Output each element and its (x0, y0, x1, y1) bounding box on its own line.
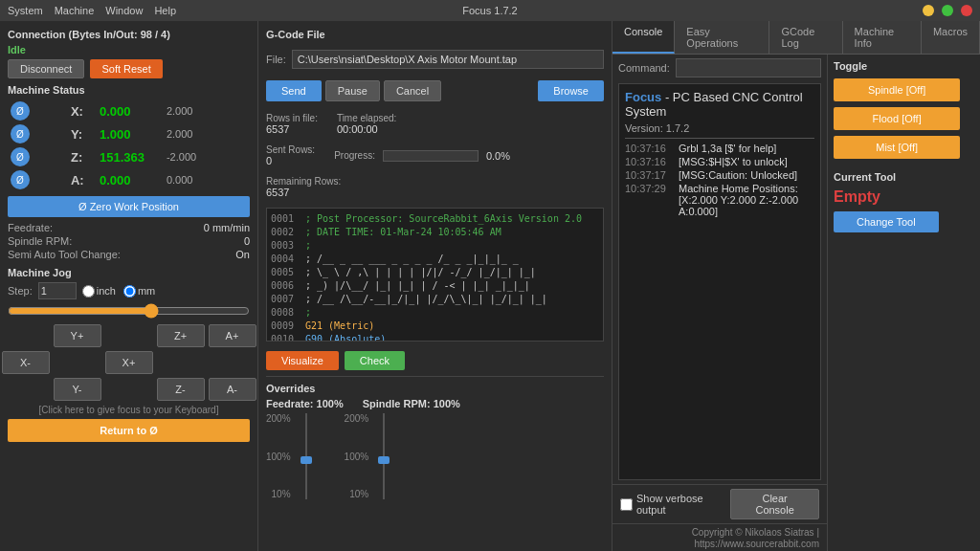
current-tool-section: Current Tool Empty Change Tool (834, 171, 974, 232)
gcode-line: 0004; /__ _ __ ___ _ _ _ _ /_ _ _|_|_|_ … (271, 253, 599, 266)
verbose-label: Show verbose output (636, 493, 730, 516)
flood-toggle-button[interactable]: Flood [Off] (834, 107, 960, 130)
version-label: Version: 1.7.2 (625, 122, 814, 134)
axis-btn-z[interactable]: Ø (11, 147, 30, 166)
axis-target-a: 0.000 (164, 168, 250, 191)
return-to-zero-button[interactable]: Return to Ø (8, 419, 250, 442)
gcode-line: 0003; (271, 239, 599, 253)
semi-auto-label: Semi Auto Tool Change: (8, 249, 121, 260)
jog-speed-slider[interactable] (8, 303, 250, 319)
axis-btn-y[interactable]: Ø (11, 124, 30, 143)
mist-toggle-button[interactable]: Mist [Off] (834, 136, 960, 159)
titlebar: System Machine Window Help Focus 1.7.2 (0, 0, 980, 21)
file-path-input[interactable] (292, 50, 604, 69)
axis-label-y: Y: (68, 122, 97, 145)
copyright-text: Copyright © Nikolaos Siatras | https://w… (692, 527, 819, 549)
close-button[interactable] (961, 5, 972, 16)
tabs-row: Console Easy Operations GCode Log Machin… (612, 21, 980, 55)
sent-rows-label: Sent Rows: (266, 144, 315, 155)
feedrate-slider-thumb (301, 456, 312, 464)
command-input[interactable] (676, 58, 821, 77)
axis-row-x: Ø X: 0.000 2.000 (8, 99, 250, 122)
menu-bar: System Machine Window Help (8, 5, 176, 16)
radio-inch[interactable]: inch (82, 285, 116, 298)
connection-title: Connection (Bytes In/Out: 98 / 4) (8, 29, 250, 40)
log-entry: 10:37:17[MSG:Caution: Unlocked] (625, 169, 814, 181)
jog-a-plus-button[interactable]: A+ (209, 324, 256, 347)
gcode-line: 0002; DATE TIME: 01-Mar-24 10:05:46 AM (271, 226, 599, 239)
verbose-checkbox[interactable] (620, 498, 633, 511)
step-input[interactable] (38, 282, 77, 299)
pause-button[interactable]: Pause (325, 80, 380, 101)
tab-console[interactable]: Console (612, 21, 675, 54)
zero-work-position-button[interactable]: Ø Zero Work Position (8, 196, 250, 217)
tab-macros[interactable]: Macros (922, 21, 980, 54)
sent-rows-value: 0 (266, 155, 315, 166)
maximize-button[interactable] (942, 5, 953, 16)
gcode-editor[interactable]: 0001; Post Processor: SourceRabbit_6Axis… (266, 208, 604, 342)
axis-btn-x[interactable]: Ø (11, 101, 30, 121)
clear-console-button[interactable]: Clear Console (730, 489, 819, 519)
minimize-button[interactable] (923, 5, 934, 16)
feedrate-label: Feedrate: (8, 222, 53, 233)
axis-target-y: 2.000 (164, 122, 250, 145)
gcode-line: 0001; Post Processor: SourceRabbit_6Axis… (271, 212, 599, 226)
gcode-file-title: G-Code File (266, 29, 604, 40)
menu-window[interactable]: Window (105, 5, 143, 16)
tab-gcode-log[interactable]: GCode Log (769, 21, 842, 54)
connection-section: Connection (Bytes In/Out: 98 / 4) Idle D… (8, 29, 250, 78)
jog-z-minus-button[interactable]: Z- (157, 378, 205, 401)
disconnect-button[interactable]: Disconnect (8, 59, 84, 78)
menu-system[interactable]: System (8, 5, 43, 16)
check-button[interactable]: Check (345, 351, 405, 370)
log-entry: 10:37:16Grbl 1,3a [$' for help] (625, 143, 814, 154)
window-controls (923, 5, 972, 16)
tab-easy-operations[interactable]: Easy Operations (675, 21, 769, 54)
jog-z-plus-button[interactable]: Z+ (157, 324, 205, 347)
cancel-gcode-button[interactable]: Cancel (384, 80, 441, 101)
jog-x-minus-button[interactable]: X- (2, 351, 50, 374)
jog-grid: Y+ Z+ A+ X- X+ Y- Z- A- (8, 324, 250, 401)
remaining-rows-value: 6537 (266, 187, 341, 198)
spindle-toggle-button[interactable]: Spindle [Off] (834, 78, 960, 101)
rows-in-file-value: 6537 (266, 123, 318, 135)
radio-mm[interactable]: mm (123, 285, 155, 298)
jog-x-plus-button[interactable]: X+ (105, 351, 153, 374)
rows-in-file-label: Rows in file: (266, 113, 318, 123)
overrides-section: Overrides Feedrate: 100% Spindle RPM: 10… (266, 376, 604, 499)
jog-a-minus-button[interactable]: A- (209, 378, 256, 401)
feedrate-100-label: 100% (266, 452, 291, 462)
send-button[interactable]: Send (266, 80, 322, 101)
browse-button[interactable]: Browse (538, 80, 604, 101)
current-tool-value: Empty (834, 188, 974, 206)
menu-help[interactable]: Help (154, 5, 176, 16)
focus-title: Focus (625, 90, 661, 104)
visualize-button[interactable]: Visualize (266, 351, 339, 370)
tab-machine-info[interactable]: Machine Info (843, 21, 922, 54)
console-output: Focus - PC Based CNC Control System Vers… (618, 83, 821, 480)
keyboard-hint[interactable]: [Click here to give focus to your Keyboa… (8, 405, 250, 415)
step-label: Step: (8, 285, 33, 297)
axis-value-x: 0.000 (97, 99, 164, 122)
soft-reset-button[interactable]: Soft Reset (90, 59, 162, 78)
time-elapsed-value: 00:00:00 (337, 123, 396, 135)
gcode-line: 0007; /__ /\__/-__|_/|_| |/_/\_\|_| |_/|… (271, 293, 599, 306)
spindle-100-label: 100% (345, 452, 369, 462)
gcode-line: 0010G90 (Absolute) (271, 333, 599, 342)
remaining-rows-label: Remaining Rows: (266, 176, 341, 187)
progress-label: Progress: (334, 150, 375, 161)
axis-table: Ø X: 0.000 2.000 Ø Y: 1.000 2.000 Ø Z: 1… (8, 99, 250, 191)
gcode-line: 0005; \_ \ / ,\ | | | | |/|/ -/_/ |_/|_|… (271, 266, 599, 279)
axis-target-z: -2.000 (164, 145, 250, 168)
spindle-rpm-label: Spindle RPM: (8, 235, 72, 247)
menu-machine[interactable]: Machine (55, 5, 95, 16)
spindle-override-label: Spindle RPM: 100% (363, 398, 460, 409)
gcode-line: 0006; _) |/\__/ |_| |_| | / -< | |_| _|_… (271, 279, 599, 293)
log-entries: 10:37:16Grbl 1,3a [$' for help]10:37:16[… (625, 143, 814, 217)
jog-y-minus-button[interactable]: Y- (54, 378, 101, 401)
change-tool-button[interactable]: Change Tool (834, 211, 939, 232)
axis-target-x: 2.000 (164, 99, 250, 122)
jog-y-plus-button[interactable]: Y+ (54, 324, 101, 347)
overrides-title: Overrides (266, 383, 604, 394)
axis-btn-a[interactable]: Ø (11, 170, 30, 189)
